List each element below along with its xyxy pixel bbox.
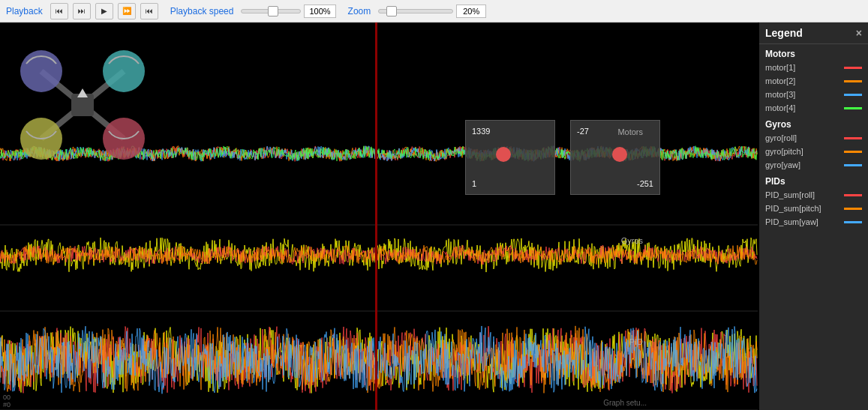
zoom-slider-thumb[interactable] (386, 6, 397, 16)
play-button[interactable]: ▶ (95, 3, 113, 19)
motor-value-1: 1 (472, 179, 476, 188)
motor-box-left: 1339 1 (465, 120, 555, 195)
playback-speed-section: Playback speed 100% (170, 4, 336, 18)
speed-value: 100% (304, 4, 335, 18)
motors-label: Motors (617, 127, 643, 136)
legend-item-label: PID_sum[yaw] (765, 217, 844, 226)
legend-close-button[interactable]: × (856, 27, 862, 39)
playback-section: Playback ⏮ ⏭ ▶ ⏩ ⏮ (6, 3, 158, 19)
zoom-label: Zoom (348, 6, 371, 16)
speed-slider-thumb[interactable] (268, 6, 278, 16)
legend-content: Motorsmotor[1]motor[2]motor[3]motor[4]Gy… (759, 44, 868, 229)
legend-color-indicator (844, 194, 862, 196)
step-back-button[interactable]: ⏭ (73, 3, 91, 19)
playback-speed-label: Playback speed (170, 6, 234, 16)
legend-item-PID_sumpitch[interactable]: PID_sum[pitch] (759, 202, 868, 215)
pids-label: PID (629, 337, 643, 346)
legend-group-gyros: Gyros (759, 115, 868, 131)
legend-item-label: gyro[roll] (765, 133, 844, 142)
legend-color-indicator (844, 80, 862, 82)
main-area: 1339 1 -27 -251 Motors Gyros PID 00 #0 G… (0, 22, 868, 410)
zoom-value: 20% (456, 4, 486, 18)
legend-item-gyroyaw[interactable]: gyro[yaw] (759, 158, 868, 172)
legend-panel: Legend × Motorsmotor[1]motor[2]motor[3]m… (759, 22, 868, 410)
legend-item-PID_sumroll[interactable]: PID_sum[roll] (759, 188, 868, 202)
legend-item-label: gyro[yaw] (765, 160, 844, 169)
legend-color-indicator (844, 67, 862, 69)
zoom-slider-container: 20% (378, 4, 486, 18)
motor-value-neg251: -251 (637, 179, 653, 188)
skip-to-end-button[interactable]: ⏮ (140, 3, 158, 19)
motor-value-1339: 1339 (472, 127, 490, 136)
legend-item-label: motor[2] (765, 76, 844, 85)
legend-item-label: motor[3] (765, 90, 844, 99)
toolbar: Playback ⏮ ⏭ ▶ ⏩ ⏮ Playback speed 100% Z… (0, 0, 868, 22)
motor-box-right: -27 -251 (570, 120, 660, 195)
motor-dot-left (496, 147, 511, 162)
drone-view (8, 30, 158, 180)
legend-item-motor4[interactable]: motor[4] (759, 101, 868, 115)
speed-slider-container: 100% (241, 4, 335, 18)
legend-item-gyroroll[interactable]: gyro[roll] (759, 131, 868, 145)
motor-dot-right (612, 147, 627, 162)
step-forward-button[interactable]: ⏩ (118, 3, 136, 19)
bottom-bar: 00 #0 (0, 392, 14, 410)
motor-value-neg27: -27 (577, 127, 589, 136)
legend-item-label: PID_sum[pitch] (765, 204, 844, 213)
frame-count: 00 (3, 394, 11, 401)
gyros-label: Gyros (621, 236, 643, 245)
legend-color-indicator (844, 94, 862, 96)
legend-item-motor1[interactable]: motor[1] (759, 61, 868, 74)
legend-color-indicator (844, 221, 862, 223)
zoom-section: Zoom 20% (348, 4, 487, 18)
legend-color-indicator (844, 208, 862, 210)
legend-color-indicator (844, 164, 862, 166)
legend-color-indicator (844, 137, 862, 139)
legend-group-motors: Motors (759, 44, 868, 61)
legend-group-pids: PIDs (759, 172, 868, 188)
legend-title: Legend (765, 27, 803, 39)
legend-item-PID_sumyaw[interactable]: PID_sum[yaw] (759, 215, 868, 229)
legend-item-label: motor[4] (765, 103, 844, 112)
svg-marker-5 (77, 88, 88, 97)
legend-item-motor3[interactable]: motor[3] (759, 88, 868, 101)
legend-header: Legend × (759, 22, 868, 44)
speed-slider-track[interactable] (241, 9, 301, 13)
playhead (375, 22, 377, 410)
zoom-slider-track[interactable] (378, 9, 453, 13)
legend-color-indicator (844, 151, 862, 153)
viz-area[interactable]: 1339 1 -27 -251 Motors Gyros PID 00 #0 G… (0, 22, 759, 410)
skip-to-start-button[interactable]: ⏮ (50, 3, 68, 19)
legend-item-label: motor[1] (765, 63, 844, 72)
legend-item-label: gyro[pitch] (765, 147, 844, 156)
legend-item-motor2[interactable]: motor[2] (759, 74, 868, 88)
playback-label: Playback (6, 6, 43, 16)
frame-id: #0 (3, 401, 11, 409)
legend-item-label: PID_sum[roll] (765, 190, 844, 199)
graph-setup-button[interactable]: Graph setu... (603, 399, 647, 407)
legend-item-gyropitch[interactable]: gyro[pitch] (759, 145, 868, 158)
legend-color-indicator (844, 107, 862, 109)
